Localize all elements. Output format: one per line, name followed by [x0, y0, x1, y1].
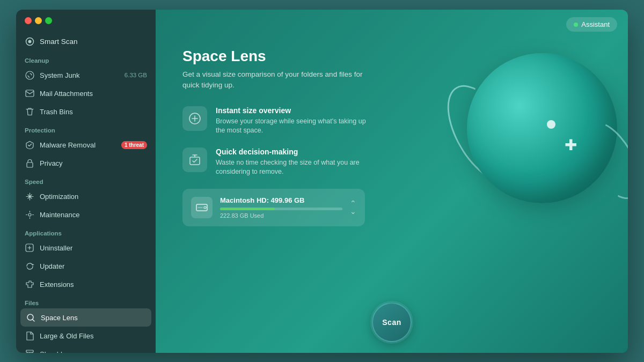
smart-scan-label: Smart Scan — [40, 38, 78, 46]
mail-attachments-label: Mail Attachments — [40, 90, 93, 98]
svg-rect-4 — [27, 162, 33, 167]
svg-rect-3 — [26, 90, 34, 97]
instant-size-desc: Browse your storage while seeing what's … — [216, 117, 371, 136]
page-title: Space Lens — [182, 48, 408, 65]
smart-scan-icon — [25, 36, 34, 46]
instant-size-title: Instant size overview — [216, 106, 371, 115]
planet-container: ✚ — [435, 37, 628, 262]
sidebar-item-system-junk[interactable]: System Junk 6.33 GB — [16, 66, 156, 84]
space-lens-icon — [26, 313, 35, 322]
window: Smart Scan Cleanup System Junk 6.33 GB — [16, 10, 628, 353]
optimization-icon — [25, 191, 34, 201]
sidebar-item-updater[interactable]: Updater — [16, 257, 156, 275]
system-junk-icon — [25, 70, 34, 80]
feature-quick-decision: Quick decision-making Waste no time chec… — [182, 147, 408, 177]
shredder-icon — [25, 349, 34, 353]
extensions-label: Extensions — [40, 280, 74, 289]
svg-point-5 — [28, 213, 31, 216]
feature-instant-size: Instant size overview Browse your storag… — [182, 106, 408, 136]
section-cleanup: Cleanup — [16, 51, 156, 66]
mail-icon — [25, 88, 34, 98]
system-junk-size: 6.33 GB — [125, 72, 147, 78]
title-bar — [16, 10, 156, 29]
maximize-button[interactable] — [45, 17, 52, 24]
updater-label: Updater — [40, 262, 64, 270]
space-lens-label: Space Lens — [41, 314, 78, 322]
sidebar-item-large-old-files[interactable]: Large & Old Files — [16, 327, 156, 345]
malware-icon — [25, 140, 34, 150]
scan-label: Scan — [382, 318, 401, 327]
sidebar-item-space-lens[interactable]: Space Lens — [20, 308, 151, 327]
uninstaller-label: Uninstaller — [40, 244, 72, 252]
svg-point-12 — [204, 206, 206, 209]
scan-button-container: Scan — [372, 302, 412, 342]
main-header: Assistant — [156, 10, 628, 32]
trash-icon — [25, 107, 34, 116]
sidebar-item-trash-bins[interactable]: Trash Bins — [16, 102, 156, 121]
traffic-lights — [25, 17, 52, 24]
close-button[interactable] — [25, 17, 32, 24]
uninstaller-icon — [25, 243, 34, 253]
large-old-files-label: Large & Old Files — [40, 332, 93, 340]
instant-size-icon — [182, 106, 207, 131]
disk-name: Macintosh HD: 499.96 GB — [220, 196, 342, 204]
disk-card[interactable]: Macintosh HD: 499.96 GB 222.83 GB Used ⌃… — [182, 189, 365, 226]
sidebar-item-maintenance[interactable]: Maintenance — [16, 205, 156, 224]
optimization-label: Optimization — [40, 193, 78, 201]
quick-decision-desc: Waste no time checking the size of what … — [216, 158, 371, 177]
sidebar-item-optimization[interactable]: Optimization — [16, 187, 156, 205]
quick-decision-title: Quick decision-making — [216, 147, 371, 156]
malware-badge: 1 threat — [121, 141, 147, 149]
shredder-label: Shredder — [40, 350, 68, 353]
updater-icon — [25, 261, 34, 271]
assistant-dot — [574, 23, 578, 27]
minimize-button[interactable] — [35, 17, 42, 24]
section-files: Files — [16, 293, 156, 308]
trash-bins-label: Trash Bins — [40, 108, 73, 116]
scan-button[interactable]: Scan — [372, 302, 412, 342]
assistant-label: Assistant — [581, 20, 610, 28]
maintenance-icon — [25, 210, 34, 219]
planet-cross-icon: ✚ — [565, 136, 577, 154]
page-subtitle: Get a visual size comparison of your fol… — [182, 69, 365, 91]
large-old-files-icon — [25, 331, 34, 341]
extensions-icon — [25, 279, 34, 289]
section-protection: Protection — [16, 121, 156, 136]
sidebar-item-mail-attachments[interactable]: Mail Attachments — [16, 84, 156, 102]
quick-decision-icon — [182, 147, 207, 172]
privacy-label: Privacy — [40, 159, 63, 167]
sidebar-item-shredder[interactable]: Shredder — [16, 345, 156, 353]
sidebar-item-smart-scan[interactable]: Smart Scan — [16, 32, 156, 51]
section-applications: Applications — [16, 224, 156, 239]
disk-bar-fill — [220, 208, 275, 210]
assistant-button[interactable]: Assistant — [566, 17, 617, 32]
section-speed: Speed — [16, 172, 156, 187]
sidebar-item-privacy[interactable]: Privacy — [16, 154, 156, 172]
sidebar: Smart Scan Cleanup System Junk 6.33 GB — [16, 10, 156, 353]
main-content: Assistant Space Lens Get a visual size c… — [156, 10, 628, 353]
sidebar-item-malware-removal[interactable]: Malware Removal 1 threat — [16, 136, 156, 154]
disk-used: 222.83 GB Used — [220, 212, 342, 219]
planet-dot — [547, 120, 555, 129]
privacy-icon — [25, 158, 34, 168]
sidebar-item-uninstaller[interactable]: Uninstaller — [16, 239, 156, 257]
maintenance-label: Maintenance — [40, 211, 79, 219]
system-junk-label: System Junk — [40, 71, 79, 79]
svg-point-1 — [28, 40, 31, 43]
disk-icon — [191, 197, 213, 218]
svg-point-2 — [26, 71, 34, 79]
sidebar-item-extensions[interactable]: Extensions — [16, 275, 156, 293]
disk-chevron-icon: ⌃ ⌄ — [350, 200, 356, 215]
malware-removal-label: Malware Removal — [40, 141, 96, 149]
